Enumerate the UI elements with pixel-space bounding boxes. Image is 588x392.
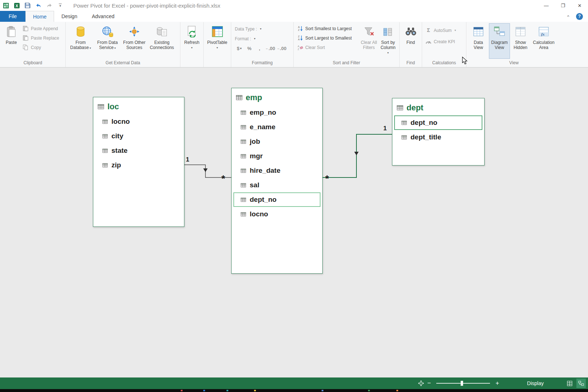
save-icon[interactable]: [24, 2, 31, 9]
decrease-decimal-button[interactable]: →.00: [277, 44, 286, 52]
refresh-button[interactable]: Refresh▾: [182, 23, 202, 59]
zoom-slider[interactable]: [436, 383, 490, 384]
paste-button[interactable]: Paste: [2, 23, 21, 59]
field-emp-emp_no[interactable]: emp_no: [233, 105, 320, 120]
field-emp-dept_no[interactable]: dept_no: [233, 192, 320, 207]
paste-append-button[interactable]: Paste Append: [21, 24, 61, 33]
tab-file[interactable]: File: [0, 11, 25, 22]
autosum-button[interactable]: Σ AutoSum▾: [424, 26, 458, 34]
data-type-dropdown[interactable]: Data Type :▾: [235, 25, 290, 33]
existing-connections-button[interactable]: Existing Connections: [148, 23, 176, 59]
table-header-loc[interactable]: loc: [93, 97, 184, 114]
diagram-table-emp[interactable]: empemp_noe_namejobmgrhire_datesaldept_no…: [231, 88, 323, 274]
zoom-out-button[interactable]: −: [425, 380, 433, 387]
field-loc-locno[interactable]: locno: [95, 114, 182, 129]
powerpivot-window: X ▾ Power Pivot for Excel - power-pivot-…: [0, 0, 588, 392]
percent-format-button[interactable]: %: [245, 44, 254, 52]
sort-largest-to-smallest-button[interactable]: ZA Sort Largest to Smallest: [295, 34, 359, 42]
titlebar: X ▾ Power Pivot for Excel - power-pivot-…: [0, 0, 588, 11]
refresh-icon: [186, 25, 198, 38]
paste-replace-button[interactable]: Paste Replace: [21, 34, 61, 42]
create-kpi-button[interactable]: Create KPI: [424, 37, 458, 46]
field-name: dept_no: [250, 196, 277, 204]
diagram-canvas[interactable]: 1 * * 1 loclocnocitystatezipempemp_noe_n…: [0, 68, 588, 377]
svg-text:A: A: [298, 45, 299, 48]
pivottable-button[interactable]: PivotTable▾: [205, 23, 229, 59]
sort-ascending-icon: AZ: [297, 25, 303, 32]
group-label-get-external-data: Get External Data: [66, 60, 180, 67]
qat-customize-caret[interactable]: ▾: [57, 2, 64, 9]
existing-connections-icon: [156, 25, 168, 38]
currency-format-button[interactable]: $▾: [235, 44, 244, 52]
sort-smallest-to-largest-button[interactable]: AZ Sort Smallest to Largest: [295, 24, 359, 33]
copy-button[interactable]: Copy: [21, 43, 61, 52]
table-icon: [236, 94, 242, 101]
taskbar-sliver: [0, 389, 588, 392]
table-header-emp[interactable]: emp: [232, 88, 322, 105]
sort-by-column-button[interactable]: Sort by Column▾: [378, 23, 398, 59]
format-dropdown[interactable]: Format :▾: [235, 34, 290, 43]
table-icon: [241, 197, 246, 203]
relationship-emp-dept[interactable]: [323, 134, 392, 177]
fit-to-screen-icon[interactable]: [417, 379, 425, 388]
field-emp-hire_date[interactable]: hire_date: [233, 163, 320, 178]
maximize-button[interactable]: ❐: [555, 0, 571, 11]
show-hidden-button[interactable]: Show Hidden: [510, 23, 531, 59]
diagram-view-button[interactable]: Diagram View: [489, 23, 510, 59]
close-button[interactable]: ✕: [571, 0, 588, 11]
field-loc-zip[interactable]: zip: [95, 158, 182, 172]
cardinality-many-emp-loc: *: [221, 173, 225, 184]
field-emp-mgr[interactable]: mgr: [233, 149, 320, 163]
minimize-button[interactable]: —: [538, 0, 555, 11]
clear-filters-icon: [363, 25, 375, 38]
field-emp-sal[interactable]: sal: [233, 178, 320, 192]
from-data-service-button[interactable]: From Data Service▾: [94, 23, 121, 59]
clear-all-filters-button[interactable]: Clear All Filters: [359, 23, 378, 59]
app-icon: [2, 2, 9, 9]
field-name: sal: [250, 181, 259, 189]
kpi-gauge-icon: [425, 38, 432, 45]
ribbon: Paste Paste Append Paste Replace Copy: [0, 22, 588, 68]
field-loc-city[interactable]: city: [95, 129, 182, 143]
clear-sort-button[interactable]: AZ Clear Sort: [295, 43, 359, 52]
field-dept-dept_no[interactable]: dept_no: [394, 115, 482, 130]
paste-icon: [5, 25, 17, 38]
excel-icon[interactable]: X: [13, 2, 20, 9]
calculation-area-button[interactable]: fx Calculation Area: [531, 23, 556, 59]
group-label-sort-filter: Sort and Filter: [294, 60, 399, 67]
svg-text:Z: Z: [298, 29, 300, 31]
tab-home[interactable]: Home: [25, 11, 54, 22]
field-name: zip: [111, 161, 121, 169]
field-loc-state[interactable]: state: [95, 143, 182, 158]
group-label-pivottable: [204, 60, 231, 67]
help-icon[interactable]: ?: [576, 13, 583, 20]
tab-design[interactable]: Design: [54, 11, 85, 22]
table-header-dept[interactable]: dept: [392, 98, 484, 115]
from-database-button[interactable]: From Database▾: [67, 23, 94, 59]
redo-icon[interactable]: [46, 2, 53, 9]
table-fields: dept_nodept_title: [392, 115, 484, 144]
diagram-view-icon: [493, 25, 506, 38]
increase-decimal-button[interactable]: ←.00: [265, 44, 275, 52]
collapse-ribbon-icon[interactable]: ⌃: [566, 15, 570, 20]
zoom-slider-thumb[interactable]: [461, 381, 463, 386]
field-dept-dept_title[interactable]: dept_title: [394, 130, 482, 144]
field-emp-e_name[interactable]: e_name: [233, 120, 320, 134]
cardinality-one-dept: 1: [383, 125, 387, 132]
from-other-sources-button[interactable]: From Other Sources: [121, 23, 148, 59]
zoom-in-button[interactable]: +: [494, 380, 501, 387]
tab-advanced[interactable]: Advanced: [85, 11, 122, 22]
svg-text:Z: Z: [298, 48, 299, 50]
undo-icon[interactable]: [35, 2, 42, 9]
grid-view-toggle-icon[interactable]: [565, 379, 574, 388]
find-button[interactable]: Find: [401, 23, 420, 59]
thousands-separator-button[interactable]: ,: [255, 44, 264, 52]
group-label-formatting: Formatting: [231, 60, 293, 67]
field-emp-locno[interactable]: locno: [233, 207, 320, 221]
data-view-button[interactable]: Data View: [468, 23, 489, 59]
diagram-table-dept[interactable]: deptdept_nodept_title: [392, 98, 485, 166]
field-emp-job[interactable]: job: [233, 134, 320, 149]
field-name: dept_no: [411, 119, 437, 127]
diagram-view-toggle-icon[interactable]: [576, 379, 586, 388]
diagram-table-loc[interactable]: loclocnocitystatezip: [93, 97, 184, 227]
